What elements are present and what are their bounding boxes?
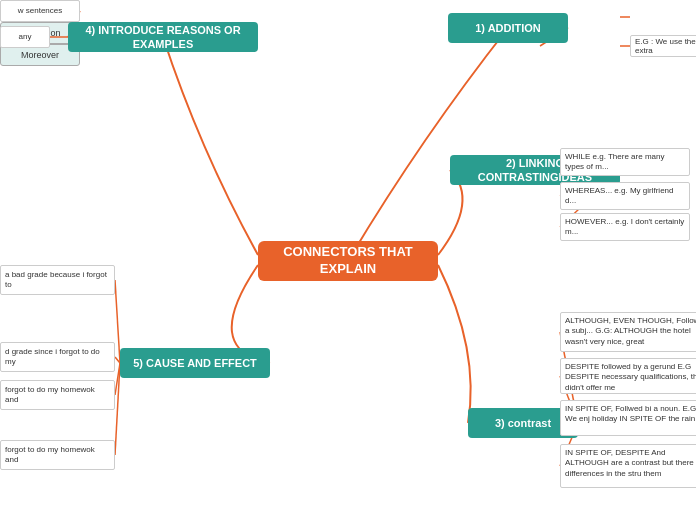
however-label: HOWEVER... e.g. I don't certainly m... (565, 217, 685, 238)
moreover-eg-node: E.G : We use these to add extra (630, 35, 696, 57)
contrast-label: 3) contrast (495, 416, 551, 430)
while-node: WHILE e.g. There are many types of m... (560, 148, 690, 176)
left3-label: forgot to do my homewok and (5, 385, 110, 406)
in-spite-node: IN SPITE OF, Follwed bi a noun. E.G: We … (560, 400, 696, 436)
left2-label: d grade since i forgot to do my (5, 347, 110, 368)
cause-effect-label: 5) CAUSE AND EFFECT (133, 356, 257, 370)
addition-label: 1) ADDITION (475, 21, 541, 35)
left-top-label: w sentences (18, 6, 62, 16)
whereas-label: WHEREAS... e.g. My girlfriend d... (565, 186, 685, 207)
introduce-label: 4) INTRODUCE REASONS OR EXAMPLES (76, 23, 250, 52)
moreover-eg-label: E.G : We use these to add extra (635, 37, 696, 55)
left1-label: a bad grade because i forgot to (5, 270, 110, 291)
central-node-label: CONNECTORS THAT EXPLAIN (266, 244, 430, 278)
while-label: WHILE e.g. There are many types of m... (565, 152, 685, 173)
cause-effect-node[interactable]: 5) CAUSE AND EFFECT (120, 348, 270, 378)
in-spite-label: IN SPITE OF, Follwed bi a noun. E.G: We … (565, 404, 696, 425)
any-node: any (0, 26, 50, 48)
addition-node[interactable]: 1) ADDITION (448, 13, 568, 43)
moreover-label: Moreover (21, 50, 59, 60)
svg-line-14 (115, 363, 120, 455)
left4-label: forgot to do my homewok and (5, 445, 110, 466)
in-spite2-node: IN SPITE OF, DESPITE And ALTHOUGH are a … (560, 444, 696, 488)
in-spite2-label: IN SPITE OF, DESPITE And ALTHOUGH are a … (565, 448, 696, 479)
despite-label: DESPITE followed by a gerund E.G DESPITE… (565, 362, 696, 393)
however-node: HOWEVER... e.g. I don't certainly m... (560, 213, 690, 241)
whereas-node: WHEREAS... e.g. My girlfriend d... (560, 182, 690, 210)
central-node[interactable]: CONNECTORS THAT EXPLAIN (258, 241, 438, 281)
left4-node: forgot to do my homewok and (0, 440, 115, 470)
left-top-node: w sentences (0, 0, 80, 22)
left2-node: d grade since i forgot to do my (0, 342, 115, 372)
although-label: ALTHOUGH, EVEN THOUGH, Followed a subj..… (565, 316, 696, 347)
although-node: ALTHOUGH, EVEN THOUGH, Followed a subj..… (560, 312, 696, 352)
introduce-node[interactable]: 4) INTRODUCE REASONS OR EXAMPLES (68, 22, 258, 52)
left1-node: a bad grade because i forgot to (0, 265, 115, 295)
despite-node: DESPITE followed by a gerund E.G DESPITE… (560, 358, 696, 394)
any-label: any (19, 32, 32, 42)
left3-node: forgot to do my homewok and (0, 380, 115, 410)
